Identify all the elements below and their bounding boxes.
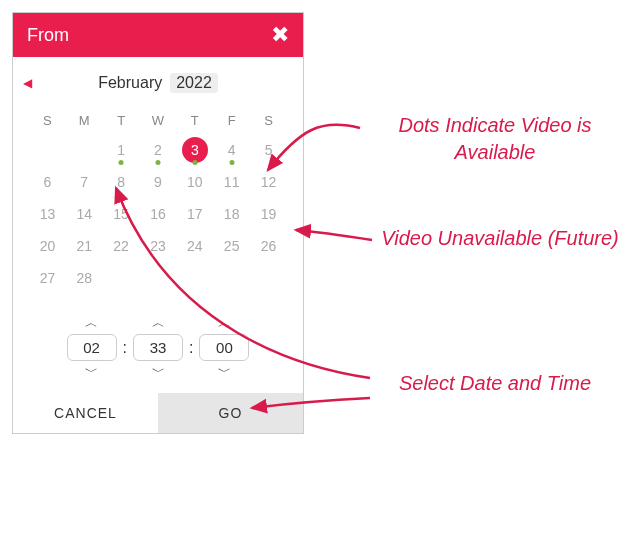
availability-dot-icon: [192, 160, 197, 165]
time-picker: ︿ 02 ﹀ : ︿ 33 ﹀ : ︿ 00 ﹀: [13, 316, 303, 379]
calendar-day: 21: [66, 230, 103, 262]
calendar-day[interactable]: 1: [103, 134, 140, 166]
dow-header: S: [250, 107, 287, 134]
date-time-picker: From ✖ ◀ February 2022 SMTWTFS 123456789…: [12, 12, 304, 434]
calendar-day: 7: [66, 166, 103, 198]
prev-month-icon[interactable]: ◀: [23, 76, 32, 90]
calendar-grid: SMTWTFS 12345678910111213141516171819202…: [29, 107, 287, 294]
annotation-select: Select Date and Time: [380, 370, 610, 397]
ss-down-icon[interactable]: ﹀: [218, 365, 231, 379]
dow-header: F: [213, 107, 250, 134]
availability-dot-icon: [229, 160, 234, 165]
calendar-day: 20: [29, 230, 66, 262]
dow-header: M: [66, 107, 103, 134]
calendar-day: [66, 134, 103, 166]
calendar-day: 6: [29, 166, 66, 198]
calendar-day[interactable]: 3: [176, 134, 213, 166]
cancel-button[interactable]: CANCEL: [13, 393, 158, 433]
calendar-day: 17: [176, 198, 213, 230]
dow-header: W: [140, 107, 177, 134]
calendar-day: 8: [103, 166, 140, 198]
ss-value[interactable]: 00: [199, 334, 249, 361]
month-nav: ◀ February 2022: [13, 71, 303, 95]
dow-header: T: [176, 107, 213, 134]
calendar-day: [250, 262, 287, 294]
year-label[interactable]: 2022: [170, 73, 218, 93]
picker-actions: CANCEL GO: [13, 393, 303, 433]
availability-dot-icon: [155, 160, 160, 165]
hh-up-icon[interactable]: ︿: [85, 316, 98, 330]
calendar-day: 27: [29, 262, 66, 294]
calendar-day: 11: [213, 166, 250, 198]
availability-dot-icon: [119, 160, 124, 165]
calendar-day: 15: [103, 198, 140, 230]
calendar-day: 16: [140, 198, 177, 230]
calendar-day[interactable]: 4: [213, 134, 250, 166]
calendar-day: [29, 134, 66, 166]
calendar-day: 25: [213, 230, 250, 262]
mm-value[interactable]: 33: [133, 334, 183, 361]
calendar-day: 14: [66, 198, 103, 230]
mm-up-icon[interactable]: ︿: [152, 316, 165, 330]
dow-header: T: [103, 107, 140, 134]
calendar-day: [213, 262, 250, 294]
calendar-day: 19: [250, 198, 287, 230]
calendar-day: 13: [29, 198, 66, 230]
go-button[interactable]: GO: [158, 393, 303, 433]
annotation-unavail: Video Unavailable (Future): [380, 225, 620, 252]
time-sep: :: [123, 339, 127, 357]
calendar-day: [103, 262, 140, 294]
calendar-day: 24: [176, 230, 213, 262]
mm-down-icon[interactable]: ﹀: [152, 365, 165, 379]
calendar-day: 5: [250, 134, 287, 166]
time-sep: :: [189, 339, 193, 357]
calendar-day[interactable]: 2: [140, 134, 177, 166]
calendar-day: 26: [250, 230, 287, 262]
calendar-day: 12: [250, 166, 287, 198]
hh-value[interactable]: 02: [67, 334, 117, 361]
month-label[interactable]: February: [98, 74, 162, 92]
dow-header: S: [29, 107, 66, 134]
ss-up-icon[interactable]: ︿: [218, 316, 231, 330]
hh-down-icon[interactable]: ﹀: [85, 365, 98, 379]
header-title: From: [27, 25, 69, 46]
picker-header: From ✖: [13, 13, 303, 57]
calendar-day: [176, 262, 213, 294]
calendar-day: 22: [103, 230, 140, 262]
calendar-day: 10: [176, 166, 213, 198]
calendar-day: [140, 262, 177, 294]
annotation-dots: Dots Indicate Video is Available: [370, 112, 620, 166]
close-icon[interactable]: ✖: [271, 24, 289, 46]
calendar-day: 9: [140, 166, 177, 198]
calendar-day: 28: [66, 262, 103, 294]
calendar-day: 23: [140, 230, 177, 262]
calendar-day: 18: [213, 198, 250, 230]
